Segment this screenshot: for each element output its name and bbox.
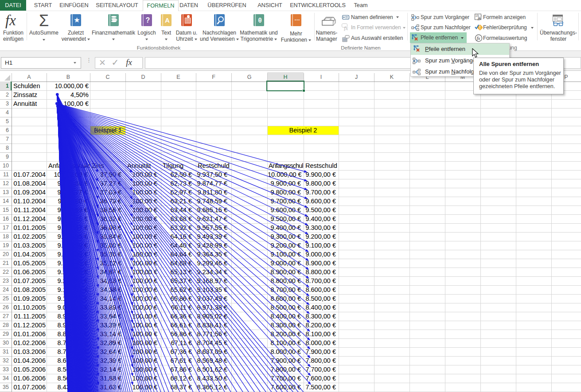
- svg-text:fx: fx: [478, 16, 481, 20]
- svg-text:fx: fx: [477, 35, 480, 41]
- svg-text:fx: fx: [344, 25, 348, 31]
- svg-text:!: !: [479, 25, 480, 30]
